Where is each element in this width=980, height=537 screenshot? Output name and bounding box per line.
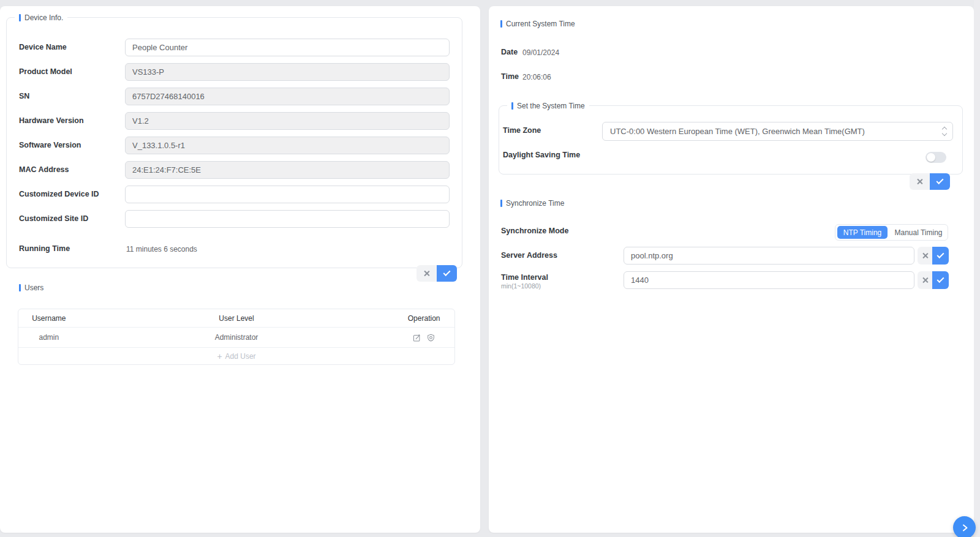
section-bar-icon <box>500 20 502 28</box>
customized-site-id-row: Customized Site ID <box>7 210 462 228</box>
time-interval-label: Time Interval <box>501 273 548 282</box>
device-panel: Device Info. Device Name Product Model S… <box>0 6 480 533</box>
server-address-input[interactable] <box>624 247 914 265</box>
set-system-time-section: Set the System Time Time Zone UTC-0:00 W… <box>499 105 963 175</box>
add-user-label: Add User <box>225 352 256 361</box>
time-interval-input[interactable] <box>624 271 914 289</box>
table-row: admin Administrator <box>18 327 454 347</box>
date-value: 09/01/2024 <box>522 48 559 57</box>
col-user-level: User Level <box>80 314 394 323</box>
toggle-knob <box>927 153 935 162</box>
set-time-cancel-button[interactable] <box>910 173 930 190</box>
product-model-label: Product Model <box>19 67 72 76</box>
users-title: Users <box>24 284 43 292</box>
device-info-actions <box>417 265 457 282</box>
mac-address-input <box>125 161 450 179</box>
device-name-label: Device Name <box>19 43 67 51</box>
sn-row: SN <box>7 88 462 105</box>
mac-address-row: MAC Address <box>7 161 462 179</box>
chevron-up-down-icon <box>943 127 946 135</box>
time-zone-select[interactable]: UTC-0:00 Western European Time (WET), Gr… <box>602 122 953 141</box>
software-version-input <box>125 137 450 154</box>
scrollbar-track[interactable] <box>974 0 980 537</box>
next-page-button[interactable] <box>953 516 976 537</box>
device-settings-page: Device Info. Device Name Product Model S… <box>0 0 980 537</box>
device-info-section: Device Info. Device Name Product Model S… <box>6 17 462 268</box>
interval-confirm-button[interactable] <box>932 271 949 289</box>
section-bar-icon <box>500 200 502 207</box>
customized-device-id-row: Customized Device ID <box>7 186 462 203</box>
customized-device-id-label: Customized Device ID <box>19 190 99 198</box>
hardware-version-label: Hardware Version <box>19 116 84 125</box>
x-icon <box>423 270 430 277</box>
current-system-time-header: Current System Time <box>500 20 575 28</box>
synchronize-mode-switch: NTP Timing Manual Timing <box>835 224 948 241</box>
mac-address-label: MAC Address <box>19 165 69 174</box>
current-system-time-title: Current System Time <box>506 20 575 28</box>
x-icon <box>922 277 929 284</box>
users-table-header: Username User Level Operation <box>18 309 454 327</box>
interval-cancel-button[interactable] <box>918 271 932 289</box>
time-zone-label: Time Zone <box>503 126 541 135</box>
hardware-version-input <box>125 112 450 130</box>
software-version-label: Software Version <box>19 141 81 149</box>
username-cell: admin <box>18 333 80 342</box>
section-bar-icon <box>19 14 21 21</box>
add-user-button[interactable]: + Add User <box>18 347 454 364</box>
software-version-row: Software Version <box>7 137 462 154</box>
product-model-row: Product Model <box>7 63 462 81</box>
customized-device-id-input[interactable] <box>125 186 450 203</box>
device-info-cancel-button[interactable] <box>417 265 437 282</box>
device-info-legend: Device Info. <box>15 13 67 22</box>
set-system-time-legend: Set the System Time <box>507 102 589 110</box>
server-cancel-button[interactable] <box>918 247 932 265</box>
manual-timing-button[interactable]: Manual Timing <box>889 226 948 239</box>
time-label: Time <box>501 72 519 81</box>
synchronize-time-title: Synchronize Time <box>506 199 564 208</box>
operation-cell <box>393 334 454 342</box>
shield-password-icon[interactable] <box>427 334 435 342</box>
edit-user-icon[interactable] <box>413 334 421 342</box>
server-address-actions <box>918 247 949 265</box>
user-level-cell: Administrator <box>80 333 394 342</box>
hardware-version-row: Hardware Version <box>7 112 462 130</box>
daylight-saving-label: Daylight Saving Time <box>503 151 580 159</box>
date-label: Date <box>501 48 518 56</box>
check-icon <box>936 177 943 184</box>
product-model-input <box>125 63 450 81</box>
x-icon <box>922 252 929 259</box>
users-header: Users <box>19 284 43 292</box>
time-panel: Current System Time Date 09/01/2024 Time… <box>489 6 974 533</box>
plus-icon: + <box>217 353 222 360</box>
x-icon <box>916 178 923 185</box>
users-table: Username User Level Operation admin Admi… <box>18 309 455 365</box>
check-icon <box>937 251 944 258</box>
time-interval-hint: min(1~10080) <box>501 282 541 290</box>
time-value: 20:06:06 <box>522 73 551 81</box>
col-operation: Operation <box>393 314 454 323</box>
col-username: Username <box>18 314 80 323</box>
daylight-saving-toggle[interactable] <box>925 152 946 163</box>
device-info-title: Device Info. <box>24 13 63 22</box>
time-zone-value: UTC-0:00 Western European Time (WET), Gr… <box>610 127 865 136</box>
synchronize-time-header: Synchronize Time <box>500 199 564 208</box>
customized-site-id-input[interactable] <box>125 210 450 228</box>
customized-site-id-label: Customized Site ID <box>19 214 88 223</box>
set-system-time-title: Set the System Time <box>517 102 585 110</box>
chevron-right-icon <box>960 524 969 532</box>
set-system-time-actions <box>910 173 950 190</box>
check-icon <box>443 269 450 276</box>
ntp-timing-button[interactable]: NTP Timing <box>837 226 888 239</box>
device-name-row: Device Name <box>7 39 462 56</box>
time-interval-actions <box>918 271 949 289</box>
running-time-label: Running Time <box>19 244 70 253</box>
check-icon <box>937 276 944 283</box>
running-time-value: 11 minutes 6 seconds <box>126 245 197 253</box>
server-confirm-button[interactable] <box>932 247 949 265</box>
set-time-confirm-button[interactable] <box>930 173 950 190</box>
server-address-label: Server Address <box>501 251 557 260</box>
device-name-input[interactable] <box>125 39 450 56</box>
sn-label: SN <box>19 92 29 100</box>
device-info-confirm-button[interactable] <box>437 265 457 282</box>
running-time-row: Running Time 11 minutes 6 seconds <box>7 240 462 258</box>
